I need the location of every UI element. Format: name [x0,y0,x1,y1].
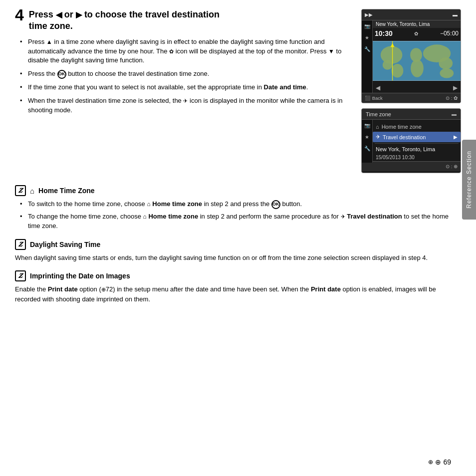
note-home-time-zone: 𝒁 ⌂ Home Time Zone To switch to the home… [15,185,461,231]
screen1-offset: −05:00 [440,30,459,37]
note1-bullet-1: To switch to the home time zone, choose … [20,199,461,209]
screen2-menu-content: ⌂ Home time zone ✈ Travel destination ▶ … [373,120,461,161]
camera-screen-1: ▶▶ ▬ 📷 ★ 🔧 New York, Toronto, Lima [361,9,461,103]
home-time-zone-bold1: Home time zone [152,200,202,208]
screen1-time-row: 10:30 ✿ −05:00 [373,28,461,39]
screen1-top-icon: ▶▶ [365,12,373,17]
menu-item-home: ⌂ Home time zone [373,122,461,132]
screen2-city: New York, Toronto, Lima [373,145,461,154]
menu-arrow: ▶ [454,134,458,140]
ok-btn-note1: OK [271,200,280,209]
notes-section: 𝒁 ⌂ Home Time Zone To switch to the home… [15,185,461,304]
reference-section-tab: Reference Section [462,140,476,220]
home-label: Home time zone [382,124,422,130]
arrow-right-icon: ▶ [76,10,82,19]
screen1-top: ▶▶ ▬ [362,9,461,20]
bullet-item-4: When the travel destination time zone is… [20,96,352,115]
note3-header: 𝒁 Imprinting the Date on Images [15,270,461,281]
note1-bullet-2: To change the home time zone, choose ⌂ H… [20,212,461,231]
sidebar-wrench-icon: 🔧 [364,46,370,52]
screen1-body: New York, Toronto, Lima 10:30 ✿ −05:00 [373,20,461,93]
page-ref-icon: ⊕ [101,286,106,292]
travel-label: Travel destination [383,134,426,140]
ok-button-icon: OK [57,70,66,79]
step-header: 4 Press ◀ or ▶ to choose the travel dest… [15,9,352,32]
screen1-bottom-left: ⬛ Back [365,95,383,101]
svg-point-5 [411,59,424,77]
travel-icon-inline: ✈ [341,214,345,220]
page: 4 Press ◀ or ▶ to choose the travel dest… [0,0,476,476]
screen2-bottom: ⊙ : ⊕ [362,161,461,171]
screen1-top-right: ▬ [453,12,458,17]
date-time-bold: Date and time [264,83,306,91]
screen1-sun-icon: ✿ [414,31,418,36]
sidebar-camera-icon: 📷 [364,23,370,29]
screen1-bottom-right: ⊙ : ✿ [446,95,458,101]
menu-divider [375,143,459,144]
home-time-zone-bold2: Home time zone [148,213,198,220]
note3-body: Enable the Print date option (⊕72) in th… [15,284,461,304]
step-title: Press ◀ or ▶ to choose the travel destin… [29,9,220,32]
screen1-nav-row: ◀ ▶ [373,83,461,93]
bullet-item-2: Press the OK button to choose the travel… [20,69,352,79]
note2-icon: 𝒁 [15,239,26,250]
arrow-up-icon [46,38,52,45]
note-imprint-date: 𝒁 Imprinting the Date on Images Enable t… [15,270,461,304]
svg-point-2 [383,60,393,70]
home-icon-inline2: ⌂ [143,213,147,220]
page-number-area: ⊕ ⊕ 69 [428,458,451,466]
sidebar-icons-1: 📷 ★ 🔧 [362,20,373,93]
screen2-top-label: Time zone [366,111,391,117]
svg-point-1 [381,46,403,64]
step-title-or: or [64,9,76,19]
screenshots-column: ▶▶ ▬ 📷 ★ 🔧 New York, Toronto, Lima [361,9,461,173]
sidebar-star-icon: ★ [365,35,369,40]
note3-icon: 𝒁 [15,270,26,281]
bullet-list: Press in a time zone where daylight savi… [15,37,352,115]
home-icon-menu: ⌂ [376,124,379,130]
arrow-down-icon [328,47,334,55]
step-section: 4 Press ◀ or ▶ to choose the travel dest… [15,9,461,173]
note1-header: 𝒁 ⌂ Home Time Zone [15,185,461,196]
sidebar2-star-icon: ★ [365,134,369,140]
page-num-icon: ⊕ [428,459,433,466]
screen2-top: Time zone ▬ [362,109,461,120]
screen1-city-row: New York, Toronto, Lima [373,20,461,28]
camera-screen-2: Time zone ▬ 📷 ★ 🔧 ⌂ Home time zone [361,108,461,173]
note1-title: Home Time Zone [38,187,95,195]
note3-title: Imprinting the Date on Images [30,272,130,280]
note2-title: Daylight Saving Time [30,240,100,248]
print-date-bold2: Print date [311,285,341,293]
screen1-time: 10:30 [375,29,393,37]
home-icon-inline1: ⌂ [147,201,150,208]
arrow-left-icon: ◀ [56,10,62,19]
step-number: 4 [15,7,24,23]
travel-icon: ✈ [183,98,188,104]
sidebar-tab-label: Reference Section [466,151,473,209]
home-icon-note: ⌂ [30,187,34,195]
sidebar2-wrench-icon: 🔧 [364,146,370,151]
svg-point-7 [439,57,453,69]
svg-point-3 [392,64,404,78]
note1-bullet-list: To switch to the home time zone, choose … [15,199,461,231]
sun-icon: ✿ [169,48,174,54]
sidebar-icons-2: 📷 ★ 🔧 [362,120,373,163]
bullet-item-1: Press in a time zone where daylight savi… [20,37,352,66]
screen1-map [373,41,461,81]
screen2-top-right: ▬ [452,111,457,117]
note1-body: To switch to the home time zone, choose … [15,199,461,231]
screen1-bottom: ⬛ Back ⊙ : ✿ [362,93,461,103]
travel-icon-menu: ✈ [376,134,380,140]
screen2-bottom-right: ⊙ : ⊕ [446,164,458,169]
print-date-bold1: Print date [48,285,78,293]
screen1-city: New York, Toronto, Lima [376,21,430,27]
map-svg [373,41,461,81]
screen2-datetime: 15/05/2013 10:30 [373,154,461,161]
note2-text: When daylight saving time starts or ends… [15,253,461,263]
right-arrow-nav: ▶ [453,84,458,91]
note2-body: When daylight saving time starts or ends… [15,253,461,263]
bullet-item-3: If the time zone that you want to select… [20,83,352,92]
page-ref-72: 72 [106,285,113,293]
left-arrow-nav: ◀ [376,84,380,91]
page-number: 69 [443,458,451,466]
